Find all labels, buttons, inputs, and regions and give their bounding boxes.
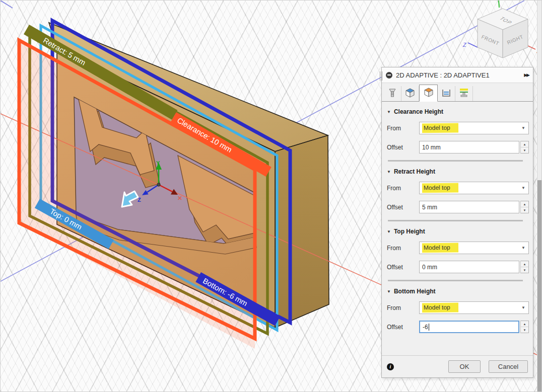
heights-cube-icon <box>423 87 434 100</box>
passes-icon <box>441 88 452 100</box>
chevron-down-icon: ▼ <box>521 246 525 250</box>
section-title: Top Height <box>394 228 425 235</box>
dialog-body: ▼ Clearance Height From Model top ▼ Offs… <box>382 102 533 333</box>
offset-label: Offset <box>387 204 419 211</box>
top-from-value: Model top <box>422 243 458 253</box>
origin-point[interactable] <box>157 183 160 186</box>
retract-from-dropdown[interactable]: Model top ▼ <box>419 182 529 194</box>
retract-from-value: Model top <box>422 183 458 193</box>
clearance-offset-value: 10 mm <box>422 144 441 151</box>
tab-linking[interactable] <box>455 86 473 101</box>
collapse-icon[interactable]: ▼ <box>387 170 391 174</box>
collapse-icon[interactable]: ▼ <box>387 229 391 234</box>
scrollbar-thumb[interactable] <box>537 180 541 392</box>
section-title: Retract Height <box>394 168 435 175</box>
geometry-cube-icon <box>404 88 416 100</box>
tab-geometry[interactable] <box>401 86 419 101</box>
collapse-icon[interactable]: ▼ <box>387 110 391 114</box>
viewcube-z-label: Z <box>462 42 467 48</box>
y-axis-label: Y <box>156 160 160 166</box>
spin-up-icon[interactable]: ▲ <box>521 141 528 147</box>
section-clearance-height: ▼ Clearance Height From Model top ▼ Offs… <box>387 102 529 162</box>
retract-offset-input[interactable]: 5 mm <box>419 201 519 213</box>
bottom-offset-value: -6 <box>423 324 428 331</box>
spin-down-icon[interactable]: ▼ <box>521 267 528 273</box>
operation-status-icon <box>386 72 392 79</box>
dialog-title: 2D ADAPTIVE : 2D ADAPTIVE1 <box>396 71 520 79</box>
clearance-from-value: Model top <box>422 123 458 133</box>
viewcube-x-axis <box>528 46 535 49</box>
bottom-from-value: Model top <box>422 303 458 313</box>
spin-down-icon[interactable]: ▼ <box>521 207 528 213</box>
section-retract-height: ▼ Retract Height From Model top ▼ Offset… <box>387 162 529 221</box>
dialog-footer: i OK Cancel <box>382 355 533 377</box>
bottom-from-dropdown[interactable]: Model top ▼ <box>419 301 529 314</box>
viewcube-z-axis <box>468 43 478 47</box>
retract-offset-stepper[interactable]: ▲ ▼ <box>520 201 529 213</box>
clearance-offset-stepper[interactable]: ▲ ▼ <box>520 141 529 153</box>
section-bottom-height: ▼ Bottom Height From Model top ▼ Offset … <box>387 281 529 333</box>
stock-right-face[interactable] <box>275 135 329 328</box>
bottom-offset-stepper[interactable]: ▲ ▼ <box>520 321 529 333</box>
spin-down-icon[interactable]: ▼ <box>521 147 528 153</box>
chevron-down-icon: ▼ <box>521 305 525 310</box>
text-cursor <box>429 324 429 331</box>
offset-label: Offset <box>387 324 419 331</box>
collapse-icon[interactable]: ▼ <box>387 289 391 294</box>
from-label: From <box>387 185 419 192</box>
offset-label: Offset <box>387 264 419 271</box>
axis-line-corner <box>1 1 13 8</box>
ok-button[interactable]: OK <box>448 360 481 373</box>
vertical-scrollbar[interactable] <box>537 1 541 392</box>
offset-label: Offset <box>387 144 419 151</box>
section-top-height: ▼ Top Height From Model top ▼ Offset 0 m… <box>387 221 529 281</box>
from-label: From <box>387 304 419 311</box>
tab-heights[interactable] <box>419 85 438 102</box>
spin-up-icon[interactable]: ▲ <box>521 261 528 267</box>
clearance-from-dropdown[interactable]: Model top ▼ <box>419 122 529 134</box>
tab-tool[interactable] <box>384 86 401 101</box>
viewcube[interactable]: TOP FRONT RIGHT Z X <box>462 1 540 58</box>
spin-up-icon[interactable]: ▲ <box>521 201 528 207</box>
2d-adaptive-dialog: 2D ADAPTIVE : 2D ADAPTIVE1 ▶▶ <box>381 67 533 378</box>
retract-offset-value: 5 mm <box>422 204 437 211</box>
bottom-offset-input[interactable]: -6 <box>419 321 519 333</box>
chevron-down-icon: ▼ <box>521 126 525 130</box>
cancel-button[interactable]: Cancel <box>489 360 528 373</box>
x-axis-marker: ✕ <box>177 195 182 202</box>
from-label: From <box>387 125 419 132</box>
dialog-drag-grip[interactable] <box>380 71 382 81</box>
fusion-viewport-window: Retract: 5 mm Clearance: 10 mm Top: 0 mm… <box>0 0 542 392</box>
chevron-down-icon: ▼ <box>521 186 525 190</box>
linking-icon <box>458 88 469 100</box>
clearance-offset-input[interactable]: 10 mm <box>419 141 519 153</box>
top-offset-value: 0 mm <box>422 264 437 271</box>
expand-dialog-button[interactable]: ▶▶ <box>524 72 529 77</box>
spin-down-icon[interactable]: ▼ <box>521 327 528 333</box>
section-title: Clearance Height <box>394 108 443 115</box>
top-offset-stepper[interactable]: ▲ ▼ <box>520 261 529 273</box>
viewcube-y-axis <box>499 1 499 8</box>
tab-passes[interactable] <box>438 86 455 101</box>
spin-up-icon[interactable]: ▲ <box>521 321 528 327</box>
from-label: From <box>387 245 419 252</box>
dialog-header[interactable]: 2D ADAPTIVE : 2D ADAPTIVE1 ▶▶ <box>382 67 533 83</box>
top-from-dropdown[interactable]: Model top ▼ <box>419 242 529 254</box>
tool-icon <box>387 88 398 100</box>
top-offset-input[interactable]: 0 mm <box>419 261 519 273</box>
info-icon[interactable]: i <box>387 363 394 370</box>
section-title: Bottom Height <box>394 288 436 295</box>
dialog-tab-bar <box>382 83 533 102</box>
